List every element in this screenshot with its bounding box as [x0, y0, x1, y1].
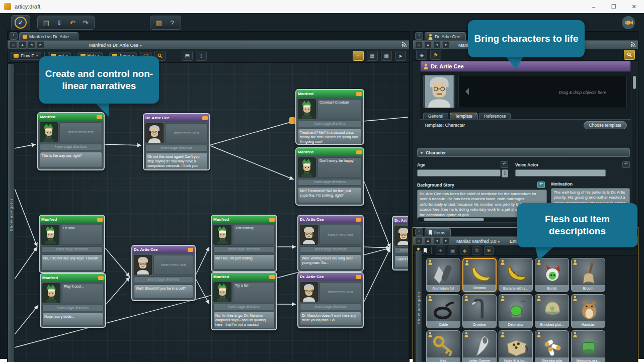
node-body-text[interactable]: Well, visiting hours are long over young…	[300, 254, 361, 269]
stage-directions[interactable]: Insert stage directions	[145, 145, 208, 151]
voice-actor-input[interactable]	[515, 169, 606, 176]
item-card-cable[interactable]: Cable	[426, 294, 460, 328]
template-tab-references[interactable]: References	[479, 113, 511, 119]
stage-directions[interactable]: Insert stage directions	[298, 121, 362, 127]
flow-filter-icon[interactable]: ⧉	[472, 246, 481, 255]
add-tab-button[interactable]: +	[10, 32, 18, 40]
save-icon[interactable]: ⇓	[54, 17, 65, 28]
grid-small-icon[interactable]: ▦	[367, 51, 378, 61]
up-icon[interactable]: ▴	[19, 41, 26, 49]
dropzone[interactable]: Drag & drop objects here	[458, 75, 627, 108]
feed-icon[interactable]	[630, 42, 636, 48]
tab-character[interactable]: Dr. Artie Cee	[425, 32, 466, 40]
add-tab-button[interactable]: +	[415, 228, 423, 236]
node-body-text[interactable]: Me? No, I'm just visiting.	[213, 254, 275, 269]
forward-icon[interactable]: ▸	[37, 41, 44, 49]
node-body-text[interactable]: Me? Treatment? No! Im fine, just superfi…	[298, 187, 362, 203]
reset-background-icon[interactable]: ↶	[537, 182, 545, 188]
character-portrait[interactable]	[423, 75, 455, 108]
menu-text[interactable]: Lie low!	[61, 225, 103, 245]
node-body-text[interactable]: I don't re... get our g...	[394, 255, 408, 268]
dialogue-node[interactable]: Dr. ArtInsert menu textInsert stage dire…	[392, 216, 408, 270]
age-input[interactable]	[417, 169, 501, 176]
node-body-text[interactable]: Nope, sorry dude...	[42, 313, 104, 325]
node-body-text[interactable]: This is the way out, right?	[40, 152, 102, 168]
template-tab-template[interactable]: Template	[450, 113, 477, 119]
choose-template-button[interactable]: Choose template	[584, 121, 627, 129]
item-card-enriched-plut[interactable]: Enriched plut...	[535, 294, 569, 328]
item-card-key[interactable]: Key	[426, 330, 460, 362]
stage-directions[interactable]: Insert stage directions	[40, 144, 102, 150]
menu-text[interactable]: Insert menu text	[319, 225, 361, 245]
vertical-scrollbar[interactable]	[632, 75, 636, 216]
dialogue-node[interactable]: ManfredJust visiting!Insert stage direct…	[211, 215, 277, 272]
item-card-weapons-gra[interactable]: Weapons-gra...	[571, 330, 605, 362]
stage-directions[interactable]: Insert stage directions	[42, 305, 104, 311]
home-icon[interactable]: ⌂	[415, 237, 423, 245]
minimize-button[interactable]: –	[584, 1, 604, 13]
stage-directions[interactable]: Insert stage directions	[213, 304, 275, 310]
menu-text[interactable]: Just visiting!	[233, 225, 275, 245]
undo-icon[interactable]: ↶	[67, 17, 78, 28]
stage-directions[interactable]: Insert stage directions	[213, 246, 275, 253]
item-card-sleeping-pills[interactable]: Sleeping pills	[535, 330, 569, 362]
commit-check-icon[interactable]: ✓	[15, 17, 27, 29]
dialogue-node[interactable]: Dr. Artie CeeInsert menu textInsert stag…	[297, 272, 364, 328]
close-button[interactable]: ✕	[624, 1, 644, 13]
dialogue-node[interactable]: Dr. Artie CeeInsert menu textInsert stag…	[143, 113, 210, 170]
node-body-text[interactable]: Dr. Mansion doesn't work here any more y…	[300, 312, 361, 326]
flag-icon[interactable]: ⚑	[430, 50, 441, 60]
back-icon[interactable]: ◂	[28, 41, 35, 49]
feed-icon[interactable]	[401, 42, 407, 48]
dialogue-node[interactable]: ManfredCrowbar! Crowbar!Insert stage dir…	[295, 89, 364, 145]
add-tab-button[interactable]: +	[415, 32, 423, 40]
item-card-banana-with-s[interactable]: Banana with s...	[499, 258, 533, 292]
screenshot-icon[interactable]: ▦	[153, 17, 165, 28]
menu-text[interactable]: Don't worry, be happy!	[317, 157, 362, 177]
stage-directions[interactable]: Insert stage directions	[300, 304, 361, 310]
menu-text[interactable]: Insert menu text	[319, 282, 361, 302]
item-card-nuke-it-a-bo[interactable]: Nuke it! A-bo...	[499, 330, 533, 362]
menu-text[interactable]: Insert menu text	[153, 255, 193, 275]
tab-flow-document[interactable]: Manfred vs Dr. Artie...	[19, 32, 78, 40]
item-card-letter-opener[interactable]: Letter Opener	[462, 330, 497, 362]
node-body-text[interactable]: Oh not this word again! Can't you stop s…	[145, 153, 208, 170]
item-card-hamster[interactable]: Hamster	[571, 294, 605, 328]
new-document-icon[interactable]: ▤	[41, 17, 52, 28]
up-icon[interactable]: ▴	[424, 41, 432, 49]
maximize-button[interactable]: ❐	[604, 1, 624, 13]
menu-text[interactable]: Play it cool...	[62, 283, 104, 303]
export-icon[interactable]: ⇧	[196, 51, 207, 61]
dialogue-node[interactable]: ManfredLie low!Insert stage directionsNo…	[39, 215, 105, 273]
tab-items[interactable]: Items	[425, 228, 451, 236]
items-filter-icon[interactable]	[423, 248, 427, 253]
stage-directions[interactable]: Insert stage directions	[41, 246, 103, 253]
pose-icon[interactable]: ◈	[416, 50, 427, 60]
location-icon[interactable]: ✦	[436, 246, 445, 255]
stage-directions[interactable]: Insert stage directions	[134, 277, 193, 283]
dialogue-node[interactable]: ManfredInsert menu textInsert stage dire…	[37, 112, 105, 170]
breadcrumb-project[interactable]: Maniac Manfred 3.0	[456, 239, 497, 244]
item-card-banana[interactable]: Banana	[462, 258, 497, 292]
asset-icon[interactable]: ▣	[448, 246, 457, 255]
home-icon[interactable]: ⌂	[415, 41, 423, 49]
node-body-text[interactable]: No, I'm free to go. Dr. Mansion diagnosi…	[213, 312, 275, 328]
menu-text[interactable]: Insert menu text	[59, 122, 102, 142]
menu-text[interactable]: Try a lie!	[233, 282, 275, 302]
flow-canvas[interactable]: ManfredInsert menu textInsert stage dire…	[15, 63, 408, 362]
stage-directions[interactable]: Insert stage directions	[298, 179, 362, 186]
item-card-aluminium-foil[interactable]: Aluminium foil	[426, 258, 460, 292]
menu-text[interactable]: Crowbar! Crowbar!	[317, 99, 362, 119]
pointer-icon[interactable]: ➤	[395, 51, 406, 61]
stage-directions[interactable]: Insert stage directions	[300, 246, 361, 253]
flow-tool-flowf[interactable]: Flow F▾	[11, 52, 41, 60]
forward-icon[interactable]: ▸	[442, 41, 450, 49]
dialogue-node[interactable]: ManfredPlay it cool...Insert stage direc…	[40, 273, 106, 328]
item-card-detonator[interactable]: Detonator	[499, 294, 533, 328]
node-body-text[interactable]: Wait! Shouldn't you be in a cell?	[134, 285, 193, 299]
edit-mode-icon[interactable]	[624, 50, 635, 60]
node-body-text[interactable]: No, I did not see any keys. I swear!	[41, 254, 103, 270]
home-icon[interactable]: ⌂	[10, 41, 17, 49]
redo-icon[interactable]: ↷	[80, 17, 91, 28]
back-icon[interactable]: ◂	[433, 237, 441, 245]
